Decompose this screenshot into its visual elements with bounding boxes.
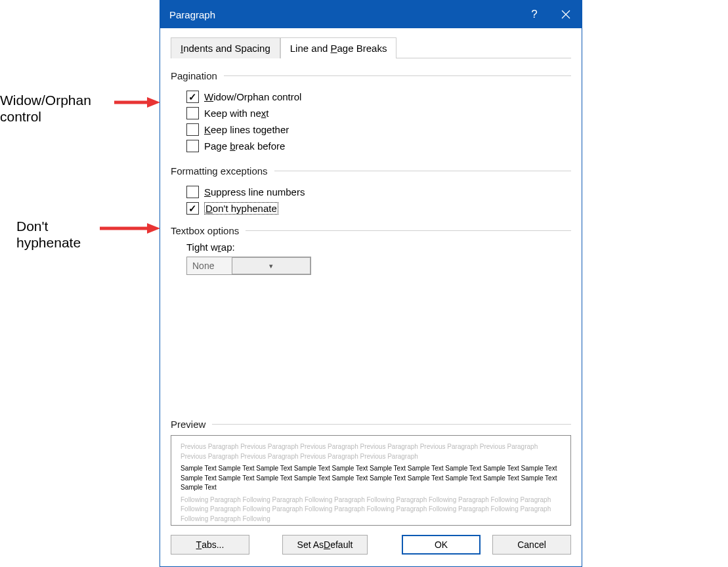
chevron-down-icon: ▾ (232, 257, 310, 274)
arrow-icon (114, 96, 160, 109)
checkbox-widow-orphan[interactable] (186, 91, 199, 103)
annotation-widow: Widow/Orphan control (0, 92, 91, 125)
titlebar: Paragraph ? (160, 1, 582, 28)
tab-bar: Indents and Spacing Line and Page Breaks (171, 37, 571, 58)
select-tight-wrap[interactable]: None ▾ (186, 257, 311, 275)
label-tight-wrap: Tight wrap: (186, 242, 571, 253)
section-textbox: Textbox options (171, 225, 571, 236)
label-widow-orphan: Widow/Orphan control (204, 91, 301, 102)
label-dont-hyphenate: Don't hyphenate (204, 202, 278, 215)
label-keep-lines-together: Keep lines together (204, 124, 289, 135)
tab-indents-spacing[interactable]: Indents and Spacing (171, 37, 280, 58)
svg-marker-1 (147, 97, 160, 108)
preview-sample: Sample Text Sample Text Sample Text Samp… (181, 464, 561, 493)
preview-previous: Previous Paragraph Previous Paragraph Pr… (181, 442, 561, 461)
tabs-button[interactable]: Tabs... (171, 535, 249, 555)
preview-box: Previous Paragraph Previous Paragraph Pr… (171, 435, 571, 526)
preview-following: Following Paragraph Following Paragraph … (181, 495, 561, 524)
close-icon (561, 10, 570, 19)
ok-button[interactable]: OK (402, 535, 481, 555)
label-suppress-line-numbers: Suppress line numbers (204, 186, 305, 198)
help-button[interactable]: ? (519, 1, 550, 28)
section-pagination: Pagination (171, 70, 571, 81)
arrow-icon (100, 222, 160, 235)
checkbox-page-break-before[interactable] (186, 140, 199, 152)
annotation-hyphenate: Don't hyphenate (16, 218, 81, 251)
tab-line-page-breaks[interactable]: Line and Page Breaks (280, 37, 397, 58)
set-as-default-button[interactable]: Set As Default (282, 535, 368, 555)
checkbox-dont-hyphenate[interactable] (186, 202, 199, 215)
dialog-title: Paragraph (169, 9, 519, 20)
section-formatting: Formatting exceptions (171, 165, 571, 177)
paragraph-dialog: Paragraph ? Indents and Spacing Line and… (160, 0, 582, 567)
label-page-break-before: Page break before (204, 140, 285, 152)
checkbox-keep-lines-together[interactable] (186, 123, 199, 136)
svg-marker-3 (147, 223, 160, 234)
select-tight-wrap-value: None (187, 261, 232, 271)
close-button[interactable] (550, 1, 582, 28)
checkbox-suppress-line-numbers[interactable] (186, 186, 199, 198)
label-keep-with-next: Keep with next (204, 108, 268, 119)
checkbox-keep-with-next[interactable] (186, 107, 199, 119)
dialog-buttons: Tabs... Set As Default OK Cancel (160, 526, 582, 566)
section-preview: Preview (171, 419, 571, 430)
cancel-button[interactable]: Cancel (492, 535, 571, 555)
